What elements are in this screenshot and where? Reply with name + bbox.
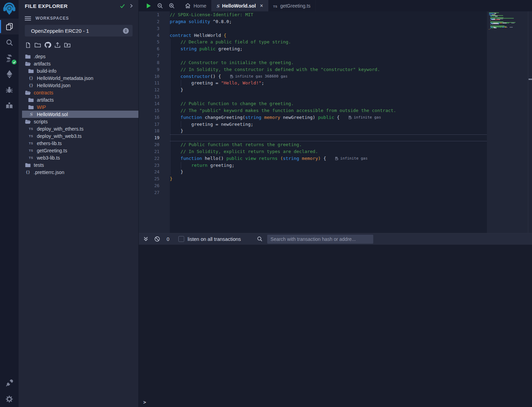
new-file-icon[interactable]	[25, 42, 31, 49]
hamburger-menu-icon[interactable]	[25, 16, 31, 21]
line-number: 7	[139, 52, 159, 59]
code-line-16[interactable]: 16 function changeGreeting(string memory…	[139, 114, 487, 121]
code-line-11[interactable]: 11 greeting = "Hello, World!";	[139, 80, 487, 87]
code-line-14[interactable]: 14 // Public function to change the gree…	[139, 100, 487, 107]
code-text: // SPDX-License-Identifier: MIT	[170, 11, 253, 18]
code-line-18[interactable]: 18 }	[139, 128, 487, 134]
tree-item-.deps[interactable]: .deps	[22, 53, 138, 60]
code-line-24[interactable]: 24 }	[139, 169, 487, 175]
upload-folder-icon[interactable]	[64, 42, 71, 49]
code-line-4[interactable]: 4contract HelloWorld {	[139, 32, 487, 39]
code-line-22[interactable]: 22 function hello() public view returns …	[139, 155, 487, 162]
tree-item-tests[interactable]: tests	[22, 161, 138, 169]
tree-item-contracts[interactable]: contracts	[22, 89, 138, 96]
tree-item-label: WIP	[37, 104, 46, 110]
tree-item-artifacts[interactable]: artifacts	[22, 60, 138, 67]
listen-transactions-checkbox[interactable]	[178, 236, 184, 242]
tree-item-.prettierrc.json[interactable]: {}.prettierrc.json	[22, 169, 138, 176]
code-line-5[interactable]: 5 // Declare a public field of type stri…	[139, 39, 487, 45]
code-line-2[interactable]: 2pragma solidity ^0.8.0;	[139, 18, 487, 25]
run-play-icon[interactable]	[146, 3, 152, 9]
upload-file-icon[interactable]	[54, 42, 61, 49]
tree-item-label: deploy_with_ethers.ts	[37, 126, 83, 132]
code-line-23[interactable]: 23 return greeting;	[139, 162, 487, 169]
code-line-21[interactable]: 21 // In Solidity, explicit return types…	[139, 148, 487, 155]
remix-logo-icon	[2, 2, 16, 17]
chevron-right-icon[interactable]	[129, 3, 134, 8]
tree-item-getGreeting.ts[interactable]: TSgetGreeting.ts	[22, 147, 138, 154]
tree-item-label: .prettierrc.json	[34, 170, 64, 175]
tree-item-HelloWorld_metadata.json[interactable]: {}HelloWorld_metadata.json	[22, 74, 138, 82]
tab-HelloWorld.sol[interactable]: SHelloWorld.sol×	[211, 0, 268, 11]
sidebar-item-search[interactable]	[0, 34, 19, 50]
tree-item-WIP[interactable]: WIP	[22, 103, 138, 111]
code-line-25[interactable]: 25}	[139, 175, 487, 182]
tree-item-build-info[interactable]: build-info	[22, 67, 138, 74]
terminal-search-input[interactable]	[267, 235, 373, 244]
collapse-terminal-icon[interactable]	[143, 236, 148, 242]
line-number: 19	[139, 134, 159, 141]
new-folder-icon[interactable]	[34, 42, 41, 49]
overview-ruler[interactable]	[528, 11, 532, 233]
tree-item-ethers-lib.ts[interactable]: TSethers-lib.ts	[22, 140, 138, 147]
remix-logo[interactable]	[0, 0, 19, 19]
code-text: constructor() {	[170, 73, 221, 80]
ts-icon: TS	[28, 149, 34, 152]
code-line-20[interactable]: 20 // Public function that returns the g…	[139, 141, 487, 148]
workspace-select[interactable]: OpenZeppelin ERC20 - 1	[25, 25, 133, 37]
github-icon[interactable]	[44, 41, 51, 49]
code-line-6[interactable]: 6 string public greeting;	[139, 45, 487, 52]
code-line-13[interactable]: 13	[139, 93, 487, 100]
folder-icon	[28, 69, 34, 73]
code-line-3[interactable]: 3	[139, 25, 487, 32]
line-number: 10	[139, 73, 159, 80]
sidebar-item-learneth[interactable]	[0, 98, 19, 114]
activity-bar-spacer	[0, 114, 19, 375]
tab-Home[interactable]: Home	[180, 0, 211, 11]
code-text: return greeting;	[170, 162, 234, 169]
zoom-out-icon[interactable]	[157, 3, 163, 9]
tree-item-web3-lib.ts[interactable]: TSweb3-lib.ts	[22, 154, 138, 161]
code-line-1[interactable]: 1// SPDX-License-Identifier: MIT	[139, 11, 487, 18]
code-line-9[interactable]: 9 // In Solidity, the constructor is def…	[139, 66, 487, 73]
sidebar-item-file-explorer[interactable]	[0, 19, 19, 34]
tree-item-HelloWorld.json[interactable]: {}HelloWorld.json	[22, 82, 138, 89]
sidebar-item-solidity-compiler[interactable]	[0, 50, 19, 66]
json-icon: {}	[25, 170, 31, 174]
tree-item-deploy_with_ethers.ts[interactable]: TSdeploy_with_ethers.ts	[22, 125, 138, 132]
sidebar-item-plugin-manager[interactable]	[0, 375, 19, 391]
tree-item-artifacts[interactable]: artifacts	[22, 96, 138, 103]
tree-item-HelloWorld.sol[interactable]: SHelloWorld.sol	[22, 111, 138, 118]
folder-open-icon	[25, 90, 31, 95]
workspaces-label: WORKSPACES	[35, 16, 69, 21]
code-line-27[interactable]: 27	[139, 189, 487, 196]
code-line-10[interactable]: 10 constructor() {infinite gas 368600 ga…	[139, 73, 487, 80]
tree-item-label: ethers-lib.ts	[37, 141, 62, 146]
tree-item-label: artifacts	[34, 61, 51, 67]
tree-item-deploy_with_web3.ts[interactable]: TSdeploy_with_web3.ts	[22, 132, 138, 140]
tree-item-label: build-info	[37, 68, 56, 74]
sidebar-item-debugger[interactable]	[0, 82, 19, 98]
sidebar-item-settings[interactable]	[0, 391, 19, 407]
sidebar-item-deploy-run[interactable]	[0, 66, 19, 82]
code-text: greeting = "Hello, World!";	[170, 80, 264, 87]
code-line-8[interactable]: 8 // Constructor to initialize the greet…	[139, 59, 487, 66]
close-tab-icon[interactable]: ×	[260, 3, 263, 9]
line-number: 4	[139, 32, 159, 39]
tab-getGreeting.ts[interactable]: TSgetGreeting.ts	[268, 0, 315, 11]
tree-item-label: contracts	[34, 90, 53, 95]
terminal-output[interactable]: >	[139, 245, 532, 407]
minimap[interactable]	[489, 12, 525, 31]
code-line-7[interactable]: 7	[139, 52, 487, 59]
gear-icon	[6, 395, 13, 403]
code-line-17[interactable]: 17 greeting = newGreeting;	[139, 121, 487, 128]
tree-item-scripts[interactable]: scripts	[22, 118, 138, 125]
code-line-19[interactable]: 19	[139, 134, 487, 141]
code-line-26[interactable]: 26	[139, 182, 487, 189]
clear-console-icon[interactable]	[154, 236, 160, 242]
line-number: 27	[139, 189, 159, 196]
zoom-in-icon[interactable]	[169, 3, 175, 9]
code-line-12[interactable]: 12 }	[139, 87, 487, 93]
code-editor[interactable]: 1// SPDX-License-Identifier: MIT2pragma …	[139, 11, 532, 233]
code-line-15[interactable]: 15 // The "public" keyword makes the fun…	[139, 107, 487, 114]
